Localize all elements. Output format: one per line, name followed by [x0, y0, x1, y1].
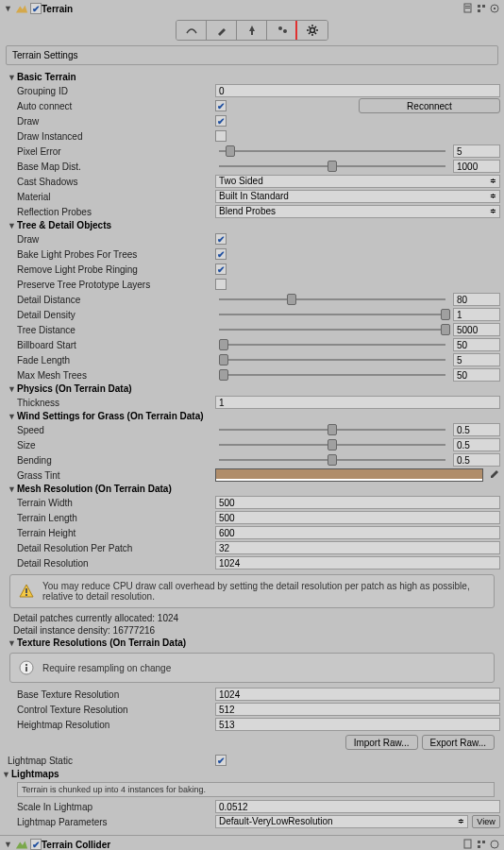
foldout-icon[interactable]: ▼ [8, 73, 17, 82]
field-detail-distance[interactable] [453, 293, 500, 306]
section-mesh-res[interactable]: ▼Mesh Resolution (On Terrain Data) [0, 483, 504, 495]
check-draw-instanced[interactable] [215, 130, 227, 142]
preset-icon[interactable] [476, 839, 487, 850]
field-wind-size[interactable] [453, 438, 500, 451]
context-menu-icon[interactable] [489, 839, 500, 850]
section-tree-detail[interactable]: ▼Tree & Detail Objects [0, 219, 504, 231]
label-draw: Draw [17, 116, 215, 127]
dropdown-lightmap-params[interactable]: Default-VeryLowResolution [215, 815, 468, 828]
check-preserve-layers[interactable] [215, 279, 227, 290]
svg-rect-14 [25, 667, 27, 672]
svg-rect-4 [482, 5, 485, 8]
warning-icon [18, 583, 35, 600]
label-remove-ringing: Remove Light Probe Ringing [17, 264, 215, 275]
docs-icon[interactable] [462, 839, 474, 850]
label-cast-shadows: Cast Shadows [17, 177, 215, 187]
terrain-header[interactable]: ▼ Terrain [0, 0, 504, 17]
terrain-icon [15, 2, 28, 15]
field-base-map-dist[interactable] [453, 160, 500, 173]
field-max-mesh-trees[interactable] [453, 368, 500, 382]
label-base-tex-res: Base Texture Resolution [17, 689, 215, 700]
check-lightmap-static[interactable] [215, 755, 227, 766]
field-detail-density[interactable] [453, 308, 500, 321]
context-menu-icon[interactable] [489, 3, 500, 14]
view-button[interactable]: View [472, 815, 500, 828]
tool-trees[interactable] [237, 21, 267, 40]
slider-base-map-dist[interactable] [219, 165, 445, 167]
label-detail-res: Detail Resolution [17, 558, 215, 569]
field-terrain-height[interactable] [215, 526, 500, 539]
export-raw-button[interactable]: Export Raw... [422, 735, 495, 750]
field-tree-distance[interactable] [453, 323, 500, 336]
section-tex-res[interactable]: ▼Texture Resolutions (On Terrain Data) [0, 637, 504, 649]
foldout-icon[interactable]: ▼ [8, 412, 17, 421]
field-terrain-length[interactable] [215, 511, 500, 524]
label-pixel-error: Pixel Error [17, 146, 215, 157]
slider-pixel-error[interactable] [219, 150, 445, 152]
dropdown-material[interactable]: Built In Standard [215, 190, 500, 203]
dropdown-cast-shadows[interactable]: Two Sided [215, 175, 500, 188]
slider-billboard-start[interactable] [219, 344, 445, 346]
slider-wind-bending[interactable] [219, 459, 445, 461]
tool-paint-texture[interactable] [207, 21, 237, 40]
tool-details[interactable] [267, 21, 297, 40]
section-physics[interactable]: ▼Physics (On Terrain Data) [0, 382, 504, 395]
tool-settings[interactable] [297, 21, 328, 40]
slider-max-mesh-trees[interactable] [219, 374, 445, 376]
collider-enable-checkbox[interactable] [30, 839, 42, 850]
check-bake-probes[interactable] [215, 248, 227, 260]
field-billboard-start[interactable] [453, 338, 500, 351]
check-td-draw[interactable] [215, 233, 227, 245]
field-base-tex-res[interactable] [215, 688, 500, 701]
tool-raise-lower[interactable] [176, 21, 207, 40]
foldout-icon[interactable]: ▼ [4, 4, 13, 13]
field-grouping-id[interactable] [215, 84, 500, 97]
slider-fade-length[interactable] [219, 359, 445, 361]
slider-wind-size[interactable] [219, 444, 445, 446]
field-wind-speed[interactable] [453, 423, 500, 436]
slider-detail-density[interactable] [219, 314, 445, 315]
field-terrain-width[interactable] [215, 496, 500, 509]
field-control-tex-res[interactable] [215, 703, 500, 716]
field-heightmap-res[interactable] [215, 718, 500, 731]
label-auto-connect: Auto connect [17, 101, 215, 111]
slider-detail-distance[interactable] [219, 298, 445, 300]
slider-tree-distance[interactable] [219, 329, 445, 331]
slider-wind-speed[interactable] [219, 429, 445, 431]
check-draw[interactable] [215, 115, 227, 127]
collider-header[interactable]: ▼ Terrain Collider [0, 836, 504, 850]
label-heightmap-res: Heightmap Resolution [17, 720, 215, 730]
field-detail-res[interactable] [215, 556, 500, 570]
label-wind-size: Size [17, 440, 215, 450]
section-lightmaps[interactable]: ▼Lightmaps [0, 768, 504, 780]
foldout-icon[interactable]: ▼ [8, 484, 17, 494]
field-scale-lightmap[interactable] [215, 800, 500, 813]
label-grass-tint: Grass Tint [17, 470, 215, 481]
section-wind[interactable]: ▼Wind Settings for Grass (On Terrain Dat… [0, 410, 504, 422]
eyedropper-icon[interactable] [487, 468, 500, 482]
color-grass-tint[interactable] [215, 468, 483, 482]
label-control-tex-res: Control Texture Resolution [17, 705, 215, 715]
foldout-icon[interactable]: ▼ [4, 840, 13, 849]
terrain-enable-checkbox[interactable] [30, 3, 42, 14]
field-fade-length[interactable] [453, 353, 500, 366]
label-terrain-height: Terrain Height [17, 528, 215, 538]
check-auto-connect[interactable] [215, 100, 227, 111]
field-detail-res-per-patch[interactable] [215, 541, 500, 554]
check-remove-ringing[interactable] [215, 264, 227, 275]
foldout-icon[interactable]: ▼ [2, 770, 11, 779]
field-wind-bending[interactable] [453, 453, 500, 467]
reconnect-button[interactable]: Reconnect [359, 98, 500, 113]
foldout-icon[interactable]: ▼ [8, 384, 17, 394]
import-raw-button[interactable]: Import Raw... [345, 735, 418, 750]
docs-icon[interactable] [462, 3, 474, 14]
field-pixel-error[interactable] [453, 144, 500, 158]
section-basic-terrain[interactable]: ▼Basic Terrain [0, 71, 504, 83]
foldout-icon[interactable]: ▼ [8, 638, 17, 648]
dropdown-reflection-probes[interactable]: Blend Probes [215, 205, 500, 218]
field-thickness[interactable] [215, 396, 500, 409]
label-base-map-dist: Base Map Dist. [17, 162, 215, 172]
foldout-icon[interactable]: ▼ [8, 221, 17, 230]
label-lightmap-static: Lightmap Static [8, 756, 215, 766]
preset-icon[interactable] [476, 3, 487, 14]
